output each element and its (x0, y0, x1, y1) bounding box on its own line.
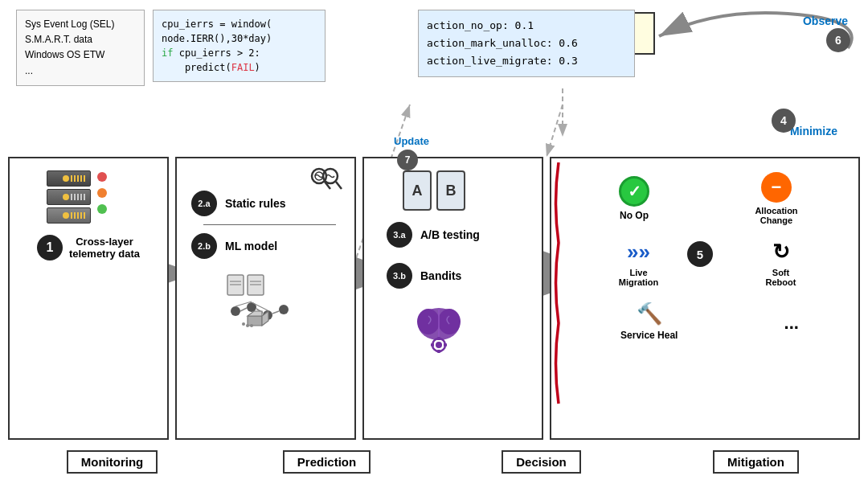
bandits-row: 3.b Bandits (387, 263, 461, 289)
svg-line-3 (547, 105, 563, 157)
monitoring-badge-row: 1 Cross-layer telemetry data (37, 235, 140, 261)
badge-2a: 2.a (191, 191, 217, 216)
dot-green (97, 204, 107, 214)
server-dot-2 (63, 194, 69, 200)
server-row-3 (47, 207, 91, 224)
svg-line-26 (272, 311, 279, 314)
static-rules-label: Static rules (225, 197, 285, 210)
network-svg (223, 271, 296, 327)
server-lines-2 (71, 194, 87, 200)
ab-testing-label: A/B testing (420, 228, 480, 241)
monitoring-cross-layer: Cross-layer telemetry data (69, 236, 140, 260)
svg-point-37 (438, 309, 461, 334)
live-migration-icon: »» (627, 240, 650, 265)
observe-circle: 6 (826, 28, 850, 52)
observe-number: 6 (835, 34, 841, 47)
svg-marker-30 (248, 311, 262, 316)
badge-3a: 3.a (387, 222, 412, 248)
prediction-content: 2.a Static rules 2.b ML model (183, 191, 348, 330)
main-container: Sys Event Log (SEL) S.M.A.R.T. data Wind… (0, 0, 868, 480)
no-op-label: No Op (620, 210, 649, 221)
dot-red (97, 172, 107, 182)
monitoring-label: Monitoring (67, 450, 158, 474)
ml-model-label: ML model (225, 240, 277, 252)
badge-2b: 2.b (191, 233, 217, 259)
server-and-dots (71, 170, 107, 224)
server-row-1 (47, 170, 91, 187)
mit-row-3: 🔨 Service Heal ... (571, 302, 849, 341)
minimize-circle: 4 (772, 109, 796, 133)
server-dot-3 (63, 212, 69, 219)
code-line2: node.IERR(),30*day) (162, 31, 317, 46)
step5-number: 5 (697, 248, 703, 261)
red-curve-svg (553, 162, 564, 434)
syslog-line4: ... (25, 64, 136, 79)
prediction-panel: 2.a Static rules 2.b ML model (175, 157, 356, 440)
ab-label-row: 3.a A/B testing (387, 222, 480, 248)
server-block-2 (47, 189, 91, 205)
pred-item-ml: 2.b ML model (191, 233, 277, 259)
update-circle: 7 (397, 150, 418, 170)
monitoring-panel: 1 Cross-layer telemetry data (8, 157, 169, 440)
bandits-label: Bandits (420, 269, 461, 282)
server-lines-3 (71, 212, 87, 219)
code-line1: cpu_ierrs = window( (162, 17, 317, 31)
svg-line-12 (336, 182, 342, 189)
decision-panel: A B 3.a A/B testing 3.b Bandits (362, 157, 543, 440)
svg-line-24 (240, 308, 247, 311)
svg-rect-44 (444, 343, 447, 347)
svg-rect-42 (437, 350, 440, 353)
divider (203, 224, 337, 225)
observe-label: Observe (803, 14, 848, 27)
server-block-3 (47, 207, 91, 224)
dot-orange (97, 188, 107, 198)
svg-point-36 (417, 309, 440, 334)
svg-point-23 (279, 305, 289, 314)
badge-3b: 3.b (387, 263, 412, 289)
server-dot (63, 175, 69, 182)
badge-2b-text: 2.b (198, 241, 211, 251)
minimize-number: 4 (780, 114, 787, 127)
decision-item-ab: A B (379, 170, 465, 211)
mit-no-op: ✓ No Op (619, 176, 649, 221)
checkmark-icon: ✓ (619, 176, 649, 207)
decision-label-container: Decision (437, 450, 645, 474)
badge-2a-text: 2.a (198, 199, 210, 208)
mitigation-panel: ✓ No Op − Allocation Change »» (550, 157, 860, 440)
mit-soft-reboot: ↻ Soft Reboot (759, 240, 803, 287)
phone-pair: A B (403, 170, 465, 211)
panels-row: 1 Cross-layer telemetry data (8, 157, 860, 440)
svg-rect-41 (437, 337, 440, 340)
code-box: cpu_ierrs = window( node.IERR(),30*day) … (153, 10, 326, 82)
monitoring-label-container: Monitoring (8, 450, 216, 474)
decision-content: A B 3.a A/B testing 3.b Bandits (371, 170, 535, 357)
magnifier-svg (306, 165, 346, 201)
prediction-label: Prediction (283, 450, 371, 474)
phone-a: A (403, 170, 432, 211)
brain-svg (411, 302, 467, 354)
server-block-1 (47, 170, 91, 187)
server-stack (47, 170, 91, 224)
syslog-box: Sys Event Log (SEL) S.M.A.R.T. data Wind… (16, 10, 145, 86)
decision-label: Decision (502, 450, 581, 474)
mit-live-migration: »» Live Migration (616, 240, 661, 287)
soft-reboot-label: Soft Reboot (759, 268, 803, 287)
svg-rect-43 (431, 343, 434, 347)
live-migration-label: Live Migration (616, 268, 661, 287)
hammer-icon: 🔨 (637, 302, 662, 326)
action-line3: action_live_migrate: 0.3 (427, 52, 626, 70)
monitoring-badge: 1 (37, 235, 63, 261)
magnifier-icons (306, 165, 346, 201)
actions-box: action_no_op: 0.1 action_mark_unalloc: 0… (418, 10, 635, 77)
mit-alloc-change: − Allocation Change (752, 172, 800, 225)
badge-3a-text: 3.a (393, 230, 405, 240)
update-label: Update (394, 135, 429, 147)
ml-network-icon (223, 271, 296, 330)
svg-point-33 (246, 324, 249, 327)
alloc-change-label: Allocation Change (752, 206, 800, 225)
badge-3b-text: 3.b (393, 271, 406, 281)
ellipsis-icon: ... (784, 310, 799, 334)
svg-point-20 (231, 306, 240, 316)
monitoring-content: 1 Cross-layer telemetry data (16, 170, 161, 261)
mit-row-1: ✓ No Op − Allocation Change (571, 172, 849, 225)
